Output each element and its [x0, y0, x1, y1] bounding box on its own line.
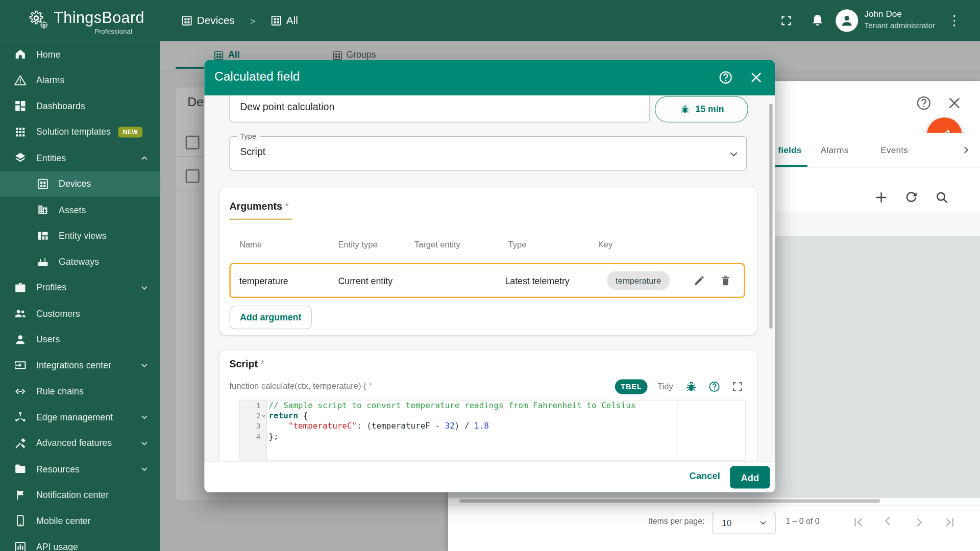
argument-entity-type: Current entity [338, 276, 393, 286]
type-field-label: Type [237, 132, 259, 140]
sidebar-item-alarms[interactable]: Alarms [0, 67, 160, 93]
chevron-down-icon [139, 360, 150, 371]
sidebar-item-rule-chains[interactable]: Rule chains [0, 378, 160, 404]
sidebar-item-integrations-center[interactable]: Integrations center [0, 353, 160, 379]
sidebar-item-devices[interactable]: Devices [0, 171, 160, 197]
chevron-down-icon [139, 464, 150, 475]
entities-icon [14, 152, 27, 165]
sidebar-item-notification-center[interactable]: Notification center [0, 482, 160, 508]
assets-icon [36, 203, 50, 216]
debug-mode-button[interactable]: 15 min [655, 96, 748, 122]
edit-argument-pencil-icon[interactable] [693, 274, 705, 287]
argument-type: Latest telemetry [505, 276, 569, 286]
delete-argument-trash-icon[interactable] [719, 274, 731, 287]
fullscreen-icon[interactable] [779, 14, 793, 28]
user-name: John Doe [864, 9, 901, 19]
breadcrumb-all[interactable]: All [286, 14, 298, 27]
cancel-button[interactable]: Cancel [690, 470, 720, 481]
sidebar-item-resources[interactable]: Resources [0, 456, 160, 482]
drawer-help-icon[interactable] [916, 95, 932, 111]
argument-key-chip: temperature [607, 271, 670, 290]
editor-fullscreen-icon[interactable] [730, 380, 744, 393]
tab-events[interactable]: Events [880, 145, 908, 155]
sidebar-item-gateways[interactable]: Gateways [0, 248, 160, 274]
dialog-close-icon[interactable] [749, 70, 764, 85]
add-button[interactable]: Add [730, 466, 770, 488]
type-select[interactable]: Script [229, 136, 747, 170]
gateways-icon [36, 255, 50, 268]
search-icon[interactable] [935, 190, 949, 205]
sidebar-item-advanced-features[interactable]: Advanced features [0, 430, 160, 456]
pagination-range-label: 1 – 0 of 0 [786, 517, 819, 526]
argument-row[interactable]: temperature Current entity Latest teleme… [229, 263, 745, 298]
api-usage-icon [14, 540, 27, 551]
script-debug-bug-icon[interactable] [684, 380, 698, 393]
code-line: 1 // Sample script to convert temperatur… [240, 400, 745, 411]
sidebar-item-assets[interactable]: Assets [0, 197, 160, 223]
column-header-type: Type [508, 240, 527, 249]
new-badge: NEW [118, 127, 142, 137]
bug-icon [679, 104, 690, 115]
column-header-entity-type: Entity type [338, 240, 377, 249]
dialog-help-icon[interactable] [718, 70, 733, 85]
sidebar-item-entity-views[interactable]: Entity views [0, 223, 160, 249]
notifications-bell-icon[interactable] [810, 13, 825, 28]
integrations-icon [14, 359, 27, 372]
sidebar-item-api-usage[interactable]: API usage [0, 534, 160, 551]
brand-title: ThingsBoard [54, 9, 144, 27]
previous-page-icon[interactable] [880, 514, 897, 531]
script-help-icon[interactable] [708, 381, 720, 393]
sidebar-item-entities[interactable]: Entities [0, 145, 160, 171]
tab-alarms[interactable]: Alarms [821, 145, 849, 155]
alarm-icon [14, 73, 27, 87]
home-icon [14, 47, 27, 61]
argument-name: temperature [239, 276, 288, 286]
items-per-page-select[interactable]: 10 [713, 512, 776, 534]
tidy-button[interactable]: Tidy [657, 382, 673, 391]
header-kebab-menu-icon[interactable]: ⋮ [947, 11, 961, 30]
chevron-down-icon [139, 282, 150, 293]
breadcrumb-separator: > [250, 16, 256, 27]
app-root: ThingsBoard Professional Devices > All J… [0, 0, 980, 551]
next-page-icon[interactable] [911, 514, 927, 531]
horizontal-scrollbar[interactable] [459, 499, 880, 503]
sidebar-item-home[interactable]: Home [0, 41, 160, 67]
rule-chains-icon [14, 385, 27, 398]
sidebar-item-dashboards[interactable]: Dashboards [0, 93, 160, 119]
sidebar-item-edge-management[interactable]: Edge management [0, 404, 160, 430]
chevron-down-icon [139, 412, 150, 423]
column-header-key: Key [598, 240, 612, 249]
sidebar-item-users[interactable]: Users [0, 327, 160, 353]
add-calculated-field-icon[interactable] [874, 190, 889, 205]
advanced-features-icon [14, 437, 27, 450]
drawer-close-icon[interactable] [946, 95, 963, 111]
users-icon [14, 333, 27, 346]
notification-center-icon [14, 488, 27, 502]
name-input[interactable] [239, 91, 642, 123]
dialog-title: Calculated field [214, 69, 300, 84]
code-line: 4 }; [240, 432, 745, 442]
dialog-header: Calculated field [204, 60, 775, 95]
tbel-toggle[interactable]: TBEL [615, 379, 648, 394]
calculated-field-dialog: 15 min Type Script Arguments * Name Enti… [204, 60, 775, 492]
modal-scrollbar[interactable] [769, 104, 772, 329]
script-code-editor[interactable]: 1 // Sample script to convert temperatur… [239, 400, 746, 461]
breadcrumb-devices[interactable]: Devices [197, 14, 235, 27]
last-page-icon[interactable] [942, 514, 958, 531]
first-page-icon[interactable] [850, 514, 866, 531]
profiles-icon [14, 281, 27, 294]
arguments-section: Arguments * Name Entity type Target enti… [219, 187, 757, 335]
top-header: ThingsBoard Professional Devices > All J… [0, 0, 980, 41]
sidebar-item-solution-templates[interactable]: Solution templatesNEW [0, 119, 160, 145]
breadcrumb-devices-icon [181, 14, 193, 27]
thingsboard-logo-gear-small-icon [39, 20, 48, 30]
column-header-target-entity: Target entity [414, 240, 460, 249]
sidebar-item-customers[interactable]: Customers [0, 300, 160, 327]
tabs-scroll-right-icon[interactable] [960, 143, 973, 157]
refresh-icon[interactable] [904, 190, 919, 205]
sidebar-item-mobile-center[interactable]: Mobile center [0, 508, 160, 534]
user-avatar[interactable] [836, 9, 858, 32]
sidebar-item-profiles[interactable]: Profiles [0, 274, 160, 300]
add-argument-button[interactable]: Add argument [229, 306, 312, 330]
dialog-footer: Cancel Add [204, 461, 775, 492]
